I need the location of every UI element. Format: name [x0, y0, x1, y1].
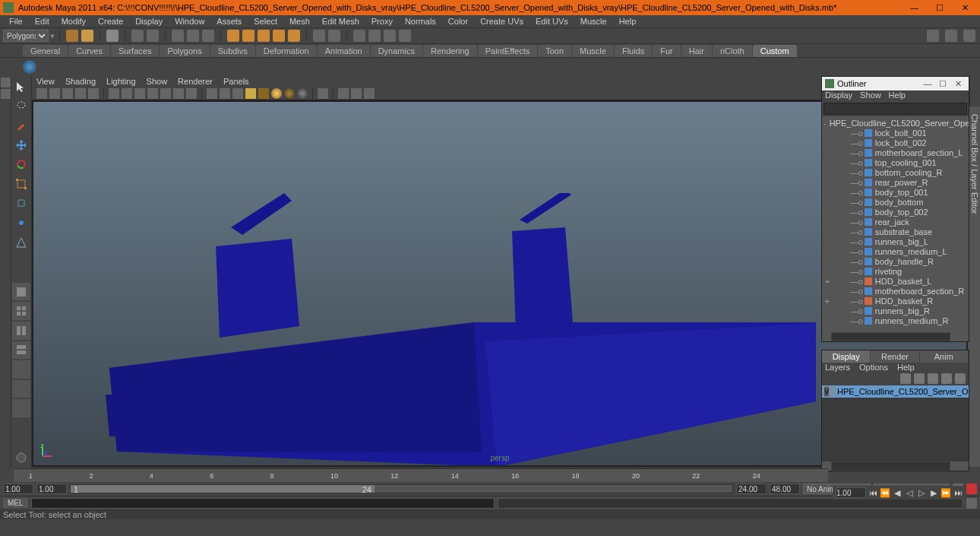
select-component-icon[interactable] — [202, 30, 214, 42]
end-frame-field[interactable] — [770, 484, 800, 494]
vp-ssao-icon[interactable] — [284, 88, 295, 99]
outliner-item[interactable]: ----orunners_big_L — [822, 236, 969, 246]
single-pane-icon[interactable] — [12, 283, 30, 301]
step-back-icon[interactable]: ◀ — [892, 487, 903, 498]
four-pane-icon[interactable] — [12, 302, 30, 320]
move-tool[interactable] — [12, 136, 30, 154]
command-input[interactable] — [31, 498, 495, 509]
shelf-tab-polygons[interactable]: Polygons — [160, 45, 209, 57]
outliner-item[interactable]: ----orunners_big_R — [822, 306, 969, 316]
outliner-item[interactable]: ----obody_top_002 — [822, 207, 969, 217]
shelf-tab-custom[interactable]: Custom — [753, 45, 797, 57]
history-icon[interactable] — [313, 30, 325, 42]
outliner-item[interactable]: ----obody_bottom — [822, 197, 969, 207]
script-language-button[interactable]: MEL — [3, 498, 28, 508]
vp-bookmark-icon[interactable] — [49, 88, 60, 99]
shelf-tab-fluids[interactable]: Fluids — [615, 45, 652, 57]
layer-menu-help[interactable]: Help — [897, 363, 915, 373]
layer-color-box[interactable] — [834, 386, 836, 397]
select-tool[interactable] — [12, 78, 30, 96]
menu-select[interactable]: Select — [248, 17, 283, 26]
vp-field-chart-icon[interactable] — [160, 88, 171, 99]
outliner-item[interactable]: ----omotherboard_section_L — [822, 147, 969, 157]
vp-safe-title-icon[interactable] — [186, 88, 197, 99]
layer-bookmark-icon[interactable] — [900, 373, 911, 384]
paint-select-tool[interactable] — [12, 116, 30, 135]
vp-grid-icon[interactable] — [109, 88, 119, 99]
range-thumb[interactable]: 124 — [71, 485, 375, 493]
vp-resolution-gate-icon[interactable] — [134, 88, 145, 99]
custom-shelf-icon[interactable] — [23, 60, 36, 74]
outliner-item[interactable]: ----omotherboard_section_R — [822, 286, 969, 296]
toggle-attr-editor-icon[interactable] — [963, 30, 975, 42]
outliner-item[interactable]: ----obody_handle_R — [822, 256, 969, 266]
range-slider[interactable]: 124 — [70, 484, 733, 493]
layer-visibility-box[interactable]: V — [824, 386, 830, 397]
scroll-left-icon[interactable] — [822, 332, 831, 341]
outliner-menu-help[interactable]: Help — [889, 90, 906, 101]
menu-modify[interactable]: Modify — [55, 17, 92, 26]
vp-xray-joints-icon[interactable] — [351, 88, 362, 99]
construction-history-icon[interactable] — [328, 30, 340, 42]
vp-xray-icon[interactable] — [338, 88, 349, 99]
outliner-item[interactable]: +----oHDD_basket_R — [822, 296, 969, 306]
time-slider-toggle[interactable] — [12, 449, 30, 467]
show-manip-tool[interactable] — [12, 233, 30, 252]
layer-tab-display[interactable]: Display — [822, 350, 871, 363]
shelf-tab-muscle[interactable]: Muscle — [572, 45, 614, 57]
two-pane-stack-icon[interactable] — [12, 341, 30, 360]
outliner-item[interactable]: ----obottom_cooling_R — [822, 167, 969, 177]
layer-tab-render[interactable]: Render — [871, 350, 919, 363]
shelf-tab-surfaces[interactable]: Surfaces — [111, 45, 159, 57]
outliner-item[interactable]: ----orunners_medium_L — [822, 246, 969, 256]
outliner-minimize[interactable]: — — [920, 79, 935, 88]
expand-toggle[interactable]: + — [824, 297, 831, 306]
menu-color[interactable]: Color — [442, 17, 474, 26]
menu-create[interactable]: Create — [92, 17, 129, 26]
outliner-search[interactable] — [824, 103, 967, 115]
vp-motion-blur-icon[interactable] — [297, 88, 308, 99]
ipr-render-icon[interactable] — [368, 30, 381, 42]
menu-edit-mesh[interactable]: Edit Mesh — [316, 17, 365, 26]
toggle-channelbox-icon[interactable] — [927, 30, 939, 42]
scroll-right-icon[interactable] — [950, 332, 959, 341]
vp-film-gate-icon[interactable] — [122, 88, 132, 99]
outliner-item[interactable]: ----olock_bolt_002 — [822, 138, 969, 147]
outliner-maximize[interactable]: ☐ — [935, 79, 950, 89]
time-ruler[interactable]: 124681012141618202224 — [14, 468, 828, 482]
soft-mod-tool[interactable] — [12, 214, 30, 232]
vp-menu-panels[interactable]: Panels — [223, 77, 249, 86]
select-hierarchy-icon[interactable] — [172, 30, 184, 42]
menu-proxy[interactable]: Proxy — [365, 17, 399, 26]
scale-tool[interactable] — [12, 175, 30, 193]
range-in-field[interactable] — [36, 484, 67, 494]
shelf-tab-subdivs[interactable]: Subdivs — [210, 45, 255, 57]
vp-menu-renderer[interactable]: Renderer — [178, 77, 213, 86]
menu-display[interactable]: Display — [129, 17, 169, 26]
scroll-right-icon-2[interactable] — [959, 332, 969, 341]
vp-menu-show[interactable]: Show — [147, 77, 168, 86]
shelf-tab-hair[interactable]: Hair — [681, 45, 712, 57]
outliner-item[interactable]: ----oriveting — [822, 266, 969, 276]
menu-edit-uvs[interactable]: Edit UVs — [530, 17, 574, 26]
outliner-menu-display[interactable]: Display — [825, 90, 852, 101]
layer-type-box[interactable] — [831, 386, 833, 397]
vp-light-icon[interactable] — [245, 88, 256, 99]
step-forward-key-icon[interactable]: ⏩ — [940, 487, 951, 498]
close-button[interactable]: ✕ — [962, 3, 971, 12]
new-scene-icon[interactable] — [66, 30, 78, 42]
rotate-tool[interactable] — [12, 155, 30, 173]
vp-menu-lighting[interactable]: Lighting — [106, 77, 136, 86]
render-frame-icon[interactable] — [353, 30, 365, 42]
new-layer-selected-icon[interactable] — [955, 373, 966, 384]
menu-assets[interactable]: Assets — [210, 17, 248, 26]
undo-icon[interactable] — [131, 30, 144, 42]
vp-wireframe-icon[interactable] — [207, 88, 217, 99]
layer-menu-layers[interactable]: Layers — [825, 363, 850, 373]
vp-exposure-icon[interactable] — [364, 88, 375, 99]
shelf-tab-ncloth[interactable]: nCloth — [713, 45, 752, 57]
outliner-item[interactable]: -HPE_Cloudline_CL5200_Server_Opened — [822, 118, 969, 128]
two-pane-side-icon[interactable] — [12, 322, 30, 340]
vp-2d-pan-icon[interactable] — [75, 88, 86, 99]
shelf-tab-curves[interactable]: Curves — [68, 45, 110, 57]
